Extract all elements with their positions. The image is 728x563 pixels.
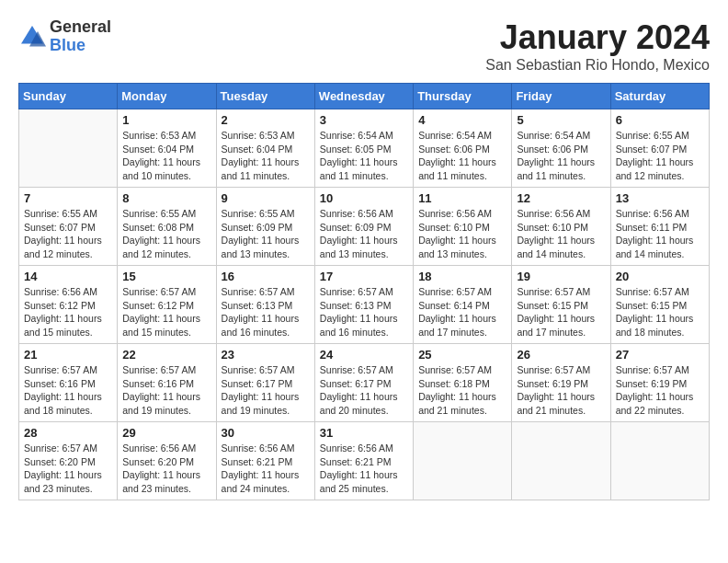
calendar-cell: 18Sunrise: 6:57 AM Sunset: 6:14 PM Dayli… [414, 266, 512, 344]
day-number: 8 [122, 191, 210, 205]
day-number: 17 [320, 270, 408, 283]
day-number: 31 [320, 426, 408, 440]
page-header: General Blue January 2024 San Sebastian … [18, 18, 710, 74]
day-info: Sunrise: 6:57 AM Sunset: 6:12 PM Dayligh… [122, 285, 210, 339]
day-number: 9 [222, 191, 310, 205]
header-day-thursday: Thursday [414, 84, 512, 109]
day-info: Sunrise: 6:54 AM Sunset: 6:06 PM Dayligh… [517, 129, 605, 183]
logo-blue: Blue [50, 37, 111, 55]
calendar-cell: 6Sunrise: 6:55 AM Sunset: 6:07 PM Daylig… [610, 109, 709, 188]
day-info: Sunrise: 6:57 AM Sunset: 6:14 PM Dayligh… [418, 285, 506, 339]
day-info: Sunrise: 6:56 AM Sunset: 6:21 PM Dayligh… [222, 442, 310, 496]
day-number: 27 [616, 348, 704, 362]
day-info: Sunrise: 6:55 AM Sunset: 6:07 PM Dayligh… [24, 207, 112, 261]
day-info: Sunrise: 6:57 AM Sunset: 6:15 PM Dayligh… [616, 285, 704, 339]
day-number: 21 [24, 348, 112, 362]
calendar-cell [610, 422, 709, 500]
calendar-cell: 20Sunrise: 6:57 AM Sunset: 6:15 PM Dayli… [610, 266, 709, 344]
week-row-1: 1Sunrise: 6:53 AM Sunset: 6:04 PM Daylig… [19, 109, 710, 188]
day-info: Sunrise: 6:57 AM Sunset: 6:16 PM Dayligh… [122, 363, 210, 418]
day-number: 12 [517, 191, 605, 205]
day-number: 22 [122, 348, 210, 362]
calendar-cell: 7Sunrise: 6:55 AM Sunset: 6:07 PM Daylig… [19, 188, 118, 266]
day-number: 25 [418, 348, 506, 362]
day-info: Sunrise: 6:53 AM Sunset: 6:04 PM Dayligh… [122, 129, 210, 183]
calendar-cell: 2Sunrise: 6:53 AM Sunset: 6:04 PM Daylig… [216, 109, 314, 188]
day-number: 11 [418, 191, 506, 205]
logo-general: General [50, 18, 111, 37]
calendar-cell: 30Sunrise: 6:56 AM Sunset: 6:21 PM Dayli… [216, 422, 314, 500]
day-info: Sunrise: 6:54 AM Sunset: 6:05 PM Dayligh… [320, 129, 408, 183]
calendar-cell: 23Sunrise: 6:57 AM Sunset: 6:17 PM Dayli… [216, 344, 314, 422]
week-row-2: 7Sunrise: 6:55 AM Sunset: 6:07 PM Daylig… [19, 188, 710, 266]
day-number: 20 [616, 270, 704, 283]
logo: General Blue [18, 18, 111, 55]
week-row-5: 28Sunrise: 6:57 AM Sunset: 6:20 PM Dayli… [19, 422, 710, 500]
calendar-cell: 13Sunrise: 6:56 AM Sunset: 6:11 PM Dayli… [610, 188, 709, 266]
day-number: 14 [24, 270, 112, 283]
day-number: 19 [517, 270, 605, 283]
day-info: Sunrise: 6:56 AM Sunset: 6:09 PM Dayligh… [320, 207, 408, 261]
day-info: Sunrise: 6:57 AM Sunset: 6:13 PM Dayligh… [320, 285, 408, 339]
week-row-3: 14Sunrise: 6:56 AM Sunset: 6:12 PM Dayli… [19, 266, 710, 344]
logo-text: General Blue [50, 18, 111, 55]
day-info: Sunrise: 6:55 AM Sunset: 6:09 PM Dayligh… [222, 207, 310, 261]
calendar-cell: 8Sunrise: 6:55 AM Sunset: 6:08 PM Daylig… [118, 188, 216, 266]
header-row: SundayMondayTuesdayWednesdayThursdayFrid… [19, 84, 710, 109]
calendar-table: SundayMondayTuesdayWednesdayThursdayFrid… [18, 83, 710, 500]
calendar-cell [19, 109, 118, 188]
day-number: 3 [320, 113, 408, 127]
header-day-sunday: Sunday [19, 84, 118, 109]
day-number: 30 [222, 426, 310, 440]
calendar-body: 1Sunrise: 6:53 AM Sunset: 6:04 PM Daylig… [19, 109, 710, 500]
day-info: Sunrise: 6:55 AM Sunset: 6:07 PM Dayligh… [616, 129, 704, 183]
day-info: Sunrise: 6:57 AM Sunset: 6:15 PM Dayligh… [517, 285, 605, 339]
day-number: 1 [122, 113, 210, 127]
header-day-wednesday: Wednesday [314, 84, 413, 109]
calendar-cell: 15Sunrise: 6:57 AM Sunset: 6:12 PM Dayli… [118, 266, 216, 344]
day-info: Sunrise: 6:57 AM Sunset: 6:17 PM Dayligh… [222, 363, 310, 418]
calendar-cell: 16Sunrise: 6:57 AM Sunset: 6:13 PM Dayli… [216, 266, 314, 344]
day-info: Sunrise: 6:57 AM Sunset: 6:17 PM Dayligh… [320, 363, 408, 418]
day-info: Sunrise: 6:57 AM Sunset: 6:19 PM Dayligh… [616, 363, 704, 418]
calendar-cell: 5Sunrise: 6:54 AM Sunset: 6:06 PM Daylig… [512, 109, 610, 188]
calendar-cell: 31Sunrise: 6:56 AM Sunset: 6:21 PM Dayli… [314, 422, 413, 500]
calendar-cell: 27Sunrise: 6:57 AM Sunset: 6:19 PM Dayli… [610, 344, 709, 422]
day-number: 29 [122, 426, 210, 440]
day-info: Sunrise: 6:56 AM Sunset: 6:20 PM Dayligh… [122, 442, 210, 496]
calendar-cell: 9Sunrise: 6:55 AM Sunset: 6:09 PM Daylig… [216, 188, 314, 266]
day-info: Sunrise: 6:56 AM Sunset: 6:10 PM Dayligh… [517, 207, 605, 261]
day-number: 6 [616, 113, 704, 127]
day-number: 13 [616, 191, 704, 205]
calendar-cell: 25Sunrise: 6:57 AM Sunset: 6:18 PM Dayli… [414, 344, 512, 422]
header-day-saturday: Saturday [610, 84, 709, 109]
week-row-4: 21Sunrise: 6:57 AM Sunset: 6:16 PM Dayli… [19, 344, 710, 422]
day-info: Sunrise: 6:57 AM Sunset: 6:20 PM Dayligh… [24, 442, 112, 496]
day-info: Sunrise: 6:57 AM Sunset: 6:19 PM Dayligh… [517, 363, 605, 418]
day-number: 18 [418, 270, 506, 283]
logo-icon [18, 23, 46, 51]
calendar-cell: 1Sunrise: 6:53 AM Sunset: 6:04 PM Daylig… [118, 109, 216, 188]
day-number: 15 [122, 270, 210, 283]
title-area: January 2024 San Sebastian Rio Hondo, Me… [485, 18, 710, 74]
day-info: Sunrise: 6:57 AM Sunset: 6:16 PM Dayligh… [24, 363, 112, 418]
calendar-cell: 26Sunrise: 6:57 AM Sunset: 6:19 PM Dayli… [512, 344, 610, 422]
calendar-cell: 28Sunrise: 6:57 AM Sunset: 6:20 PM Dayli… [19, 422, 118, 500]
day-info: Sunrise: 6:54 AM Sunset: 6:06 PM Dayligh… [418, 129, 506, 183]
header-day-monday: Monday [118, 84, 216, 109]
day-info: Sunrise: 6:53 AM Sunset: 6:04 PM Dayligh… [222, 129, 310, 183]
calendar-cell: 22Sunrise: 6:57 AM Sunset: 6:16 PM Dayli… [118, 344, 216, 422]
day-info: Sunrise: 6:56 AM Sunset: 6:11 PM Dayligh… [616, 207, 704, 261]
calendar-cell: 17Sunrise: 6:57 AM Sunset: 6:13 PM Dayli… [314, 266, 413, 344]
calendar-cell [414, 422, 512, 500]
calendar-header: SundayMondayTuesdayWednesdayThursdayFrid… [19, 84, 710, 109]
day-info: Sunrise: 6:55 AM Sunset: 6:08 PM Dayligh… [122, 207, 210, 261]
day-info: Sunrise: 6:56 AM Sunset: 6:12 PM Dayligh… [24, 285, 112, 339]
calendar-cell: 14Sunrise: 6:56 AM Sunset: 6:12 PM Dayli… [19, 266, 118, 344]
calendar-cell: 29Sunrise: 6:56 AM Sunset: 6:20 PM Dayli… [118, 422, 216, 500]
header-day-tuesday: Tuesday [216, 84, 314, 109]
day-number: 7 [24, 191, 112, 205]
day-info: Sunrise: 6:56 AM Sunset: 6:21 PM Dayligh… [320, 442, 408, 496]
calendar-cell: 11Sunrise: 6:56 AM Sunset: 6:10 PM Dayli… [414, 188, 512, 266]
calendar-title: January 2024 [485, 18, 710, 57]
